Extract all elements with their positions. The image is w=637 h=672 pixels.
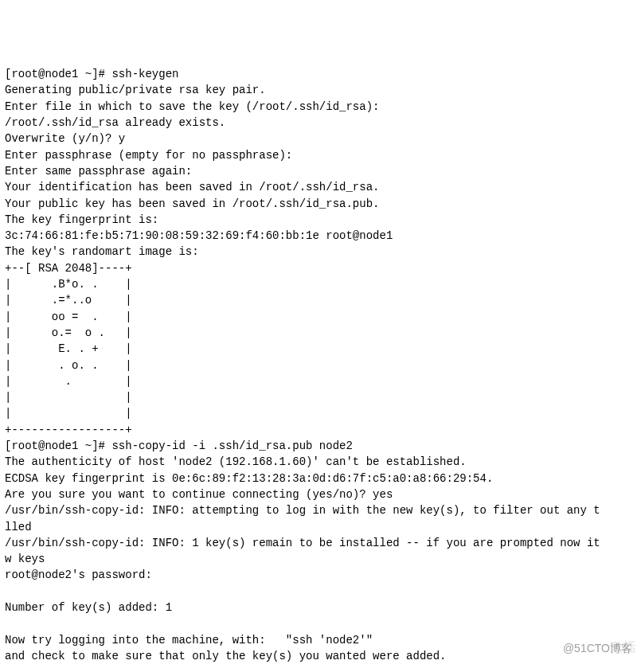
terminal-line: /root/.ssh/id_rsa already exists. [5, 115, 632, 131]
terminal-line: [root@node1 ~]# ssh-copy-id -i .ssh/id_r… [5, 438, 632, 454]
terminal-line: | . | [5, 373, 632, 389]
terminal-line: +-----------------+ [5, 422, 632, 438]
watermark-text: @51CTO博客 [563, 640, 632, 656]
terminal-line: +--[ RSA 2048]----+ [5, 260, 632, 276]
terminal-line: Enter file in which to save the key (/ro… [5, 99, 632, 115]
terminal-line: /usr/bin/ssh-copy-id: INFO: 1 key(s) rem… [5, 535, 632, 551]
terminal-line [5, 664, 632, 672]
terminal-line: Enter passphrase (empty for no passphras… [5, 147, 632, 163]
terminal-line: Your identification has been saved in /r… [5, 179, 632, 195]
terminal-line: Number of key(s) added: 1 [5, 600, 632, 615]
terminal-line [5, 584, 632, 600]
terminal-line: w keys [5, 551, 632, 567]
terminal-line: The key fingerprint is: [5, 212, 632, 228]
terminal-line: The authenticity of host 'node2 (192.168… [5, 454, 632, 470]
terminal-line: | . o. . | [5, 357, 632, 373]
terminal-line: Are you sure you want to continue connec… [5, 486, 632, 502]
terminal-line: | | [5, 405, 632, 421]
terminal-line: The key's randomart image is: [5, 244, 632, 260]
terminal-line: | o.= o . | [5, 325, 632, 341]
terminal-line: /usr/bin/ssh-copy-id: INFO: attempting t… [5, 502, 632, 518]
terminal-line: | E. . + | [5, 341, 632, 357]
terminal-line: | .B*o. . | [5, 276, 632, 292]
terminal-line: ECDSA key fingerprint is 0e:6c:89:f2:13:… [5, 471, 632, 486]
terminal-line: and check to make sure that only the key… [5, 648, 632, 664]
terminal-line: Overwrite (y/n)? y [5, 131, 632, 147]
terminal-line: Generating public/private rsa key pair. [5, 82, 632, 98]
terminal-line: root@node2's password: [5, 567, 632, 583]
terminal-line [5, 615, 632, 631]
terminal-line: lled [5, 519, 632, 535]
terminal-output[interactable]: [root@node1 ~]# ssh-keygenGenerating pub… [5, 66, 632, 672]
terminal-line: | oo = . | [5, 309, 632, 325]
terminal-line: Now try logging into the machine, with: … [5, 632, 632, 648]
terminal-line: 3c:74:66:81:fe:b5:71:90:08:59:32:69:f4:6… [5, 228, 632, 244]
terminal-line: [root@node1 ~]# ssh-keygen [5, 66, 632, 82]
terminal-line: | | [5, 389, 632, 405]
terminal-line: Your public key has been saved in /root/… [5, 196, 632, 212]
terminal-line: Enter same passphrase again: [5, 163, 632, 179]
terminal-line: | .=*..o | [5, 292, 632, 308]
